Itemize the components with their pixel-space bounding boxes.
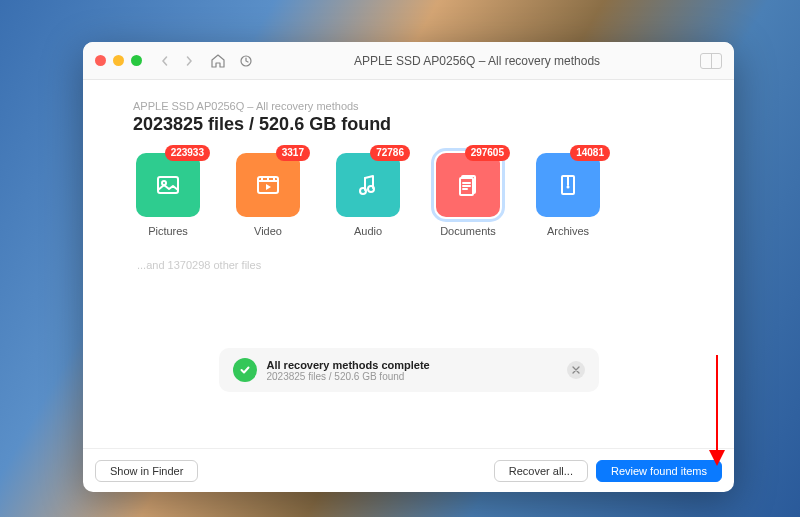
fullscreen-window-button[interactable] bbox=[131, 55, 142, 66]
status-text: All recovery methods complete 2023825 fi… bbox=[267, 359, 557, 382]
category-cards: 223933 Pictures 3317 Video 72786 Audio 2… bbox=[133, 153, 684, 237]
other-files-text: ...and 1370298 other files bbox=[137, 259, 684, 271]
titlebar: APPLE SSD AP0256Q – All recovery methods bbox=[83, 42, 734, 80]
archive-icon: 14081 bbox=[536, 153, 600, 217]
status-title: All recovery methods complete bbox=[267, 359, 557, 371]
footer: Show in Finder Recover all... Review fou… bbox=[83, 448, 734, 492]
audio-icon: 72786 bbox=[336, 153, 400, 217]
back-button[interactable] bbox=[156, 52, 174, 70]
recover-all-button[interactable]: Recover all... bbox=[494, 460, 588, 482]
review-found-items-button[interactable]: Review found items bbox=[596, 460, 722, 482]
category-label: Video bbox=[254, 225, 282, 237]
breadcrumb: APPLE SSD AP0256Q – All recovery methods bbox=[133, 100, 684, 112]
window-title: APPLE SSD AP0256Q – All recovery methods bbox=[254, 54, 700, 68]
svg-point-9 bbox=[567, 186, 570, 189]
minimize-window-button[interactable] bbox=[113, 55, 124, 66]
category-label: Audio bbox=[354, 225, 382, 237]
image-icon: 223933 bbox=[136, 153, 200, 217]
close-window-button[interactable] bbox=[95, 55, 106, 66]
nav-buttons bbox=[156, 52, 198, 70]
check-icon bbox=[233, 358, 257, 382]
category-label: Archives bbox=[547, 225, 589, 237]
main-content: APPLE SSD AP0256Q – All recovery methods… bbox=[83, 80, 734, 448]
category-card-pictures[interactable]: 223933 Pictures bbox=[133, 153, 203, 237]
count-badge: 297605 bbox=[465, 145, 510, 161]
category-card-archives[interactable]: 14081 Archives bbox=[533, 153, 603, 237]
video-icon: 3317 bbox=[236, 153, 300, 217]
svg-rect-1 bbox=[158, 177, 178, 193]
count-badge: 223933 bbox=[165, 145, 210, 161]
window-controls bbox=[95, 55, 142, 66]
category-card-audio[interactable]: 72786 Audio bbox=[333, 153, 403, 237]
desktop-background: APPLE SSD AP0256Q – All recovery methods… bbox=[0, 0, 800, 517]
view-toggle-button[interactable] bbox=[700, 53, 722, 69]
home-button[interactable] bbox=[210, 53, 226, 69]
status-banner: All recovery methods complete 2023825 fi… bbox=[219, 348, 599, 392]
app-window: APPLE SSD AP0256Q – All recovery methods… bbox=[83, 42, 734, 492]
dismiss-status-button[interactable] bbox=[567, 361, 585, 379]
status-subtitle: 2023825 files / 520.6 GB found bbox=[267, 371, 557, 382]
count-badge: 72786 bbox=[370, 145, 410, 161]
category-card-video[interactable]: 3317 Video bbox=[233, 153, 303, 237]
refresh-button[interactable] bbox=[238, 53, 254, 69]
category-label: Documents bbox=[440, 225, 496, 237]
svg-point-4 bbox=[360, 188, 366, 194]
scan-summary: 2023825 files / 520.6 GB found bbox=[133, 114, 684, 135]
count-badge: 14081 bbox=[570, 145, 610, 161]
document-icon: 297605 bbox=[436, 153, 500, 217]
category-label: Pictures bbox=[148, 225, 188, 237]
category-card-documents[interactable]: 297605 Documents bbox=[433, 153, 503, 237]
forward-button[interactable] bbox=[180, 52, 198, 70]
count-badge: 3317 bbox=[276, 145, 310, 161]
show-in-finder-button[interactable]: Show in Finder bbox=[95, 460, 198, 482]
svg-point-5 bbox=[368, 186, 374, 192]
